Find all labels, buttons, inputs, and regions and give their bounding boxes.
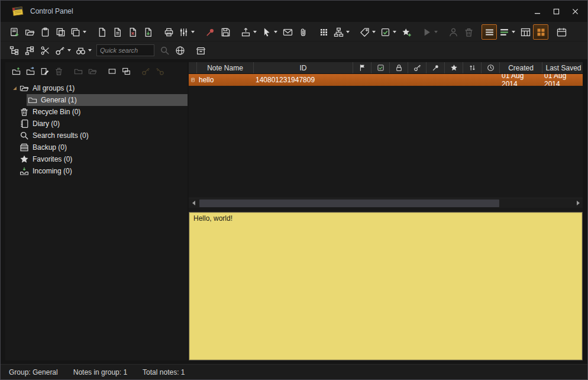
run-search-button[interactable] [157,43,172,58]
add-to-favorites-button[interactable] [399,24,414,40]
column-note-name[interactable]: Note Name [197,62,254,73]
set-group-password-button[interactable] [138,64,153,78]
tree-item-favorites[interactable]: Favorites (0) [5,153,188,165]
pin-to-window-button[interactable] [202,24,218,40]
backup-note-button[interactable] [218,24,233,40]
dropdown-caret [346,31,350,33]
scrollbar-thumb[interactable] [199,199,499,207]
tags-button[interactable] [357,24,378,40]
print-note-button[interactable] [161,24,176,40]
scroll-right-button[interactable] [573,199,583,208]
scroll-left-button[interactable] [189,199,198,208]
column-completed[interactable] [371,62,390,73]
note-from-clipboard-button[interactable] [37,24,53,40]
remove-group-password-button[interactable] [153,64,167,78]
collapse-groups-button[interactable] [22,43,37,58]
restore-note-button[interactable] [140,24,156,40]
column-sent-received[interactable] [463,62,482,73]
contacts-button[interactable] [445,24,461,40]
lock-icon [395,64,403,72]
column-password[interactable] [408,62,427,73]
dropdown-caret [372,31,376,33]
dropdown-caret [393,31,396,33]
empty-recycle-bin-button[interactable] [461,24,476,40]
delete-group-button[interactable] [51,64,66,78]
quick-search-input[interactable] [96,44,154,56]
note-row-hello[interactable]: hello 140801231947809 01 Aug 2014 01 Aug… [189,74,583,86]
edit-group-button[interactable] [37,64,51,78]
notes-stack-icon [70,27,80,37]
add-subgroup-button[interactable] [23,64,37,78]
column-schedule[interactable] [482,62,500,73]
column-favorite[interactable] [445,62,463,73]
tools-button[interactable] [37,43,53,58]
change-group-icon-button[interactable] [71,64,85,78]
add-group-button[interactable] [9,64,23,78]
dropdown-caret [274,31,277,33]
column-id[interactable]: ID [254,62,353,73]
export-notes-button[interactable] [238,24,259,40]
view-details-button[interactable] [482,24,497,40]
hide-group-notes-button[interactable] [119,64,133,78]
column-priority[interactable] [353,62,371,73]
close-button[interactable] [566,5,584,18]
note-id-cell: 140801231947809 [254,74,353,86]
file-import-icon [143,27,153,37]
dock-notes-button[interactable] [316,24,331,40]
send-over-network-button[interactable] [331,24,352,40]
show-group-notes-button[interactable] [105,64,119,78]
tree-item-diary[interactable]: Diary (0) [5,118,188,130]
minimize-button[interactable] [528,5,546,18]
tree-item-backup[interactable]: Backup (0) [5,141,188,153]
mark-complete-button[interactable] [378,24,399,40]
column-last-saved[interactable]: Last Saved [542,62,583,73]
view-grid-button[interactable] [533,24,548,40]
dropdown-caret [83,31,86,33]
save-note-button[interactable] [109,24,125,40]
adjust-appearance-button[interactable] [176,24,197,40]
run-external-button[interactable] [419,24,440,40]
maximize-button[interactable] [547,5,565,18]
note-preview-panel[interactable]: Hello, world! [189,212,583,360]
move-to-group-button[interactable] [68,24,89,40]
horizontal-scrollbar[interactable] [189,198,583,208]
column-created[interactable]: Created [500,62,542,73]
load-note-button[interactable] [22,24,37,40]
grid-dots-icon [319,27,329,37]
floppy-icon [221,27,231,37]
control-panel-window: Control Panel [0,0,588,380]
discard-note-button[interactable] [125,24,140,40]
save-as-text-button[interactable] [94,24,109,40]
password-protection-button[interactable] [53,43,73,58]
column-row-icon[interactable] [189,62,197,73]
open-storage-button[interactable] [193,43,208,58]
gold-key-crossed-icon [156,67,164,76]
default-group-icon-button[interactable] [85,64,99,78]
scrollbar-track[interactable] [198,199,573,208]
online-sync-button[interactable] [172,43,188,58]
tree-item-all-groups[interactable]: All groups (1) [5,82,188,94]
expand-groups-button[interactable] [7,43,22,58]
export-box-icon [241,27,251,37]
tree-item-general[interactable]: General (1) [27,94,188,106]
tree-item-search-results[interactable]: Search results (0) [5,130,188,141]
expander-placeholder [10,131,20,140]
column-protected[interactable] [390,62,408,73]
view-calendar-button[interactable] [554,24,569,40]
tree-item-recycle-bin[interactable]: Recycle Bin (0) [5,106,188,118]
view-preview-button[interactable] [518,24,533,40]
incoming-box-icon [20,166,29,176]
tree-item-incoming[interactable]: Incoming (0) [5,165,188,177]
expander-toggle[interactable] [10,83,20,93]
search-notes-button[interactable] [73,43,94,58]
new-note-button[interactable] [7,24,22,40]
column-pinned[interactable] [427,62,445,73]
status-bar: Group: General Notes in group: 1 Total n… [1,364,587,379]
view-columns-button[interactable] [497,24,518,40]
attachments-button[interactable] [295,24,311,40]
select-notes-button[interactable] [259,24,280,40]
send-as-email-button[interactable] [280,24,295,40]
titlebar[interactable]: Control Panel [1,1,587,22]
groups-panel: All groups (1) General (1) Recycle Bin (… [5,62,188,360]
duplicate-note-button[interactable] [53,24,68,40]
